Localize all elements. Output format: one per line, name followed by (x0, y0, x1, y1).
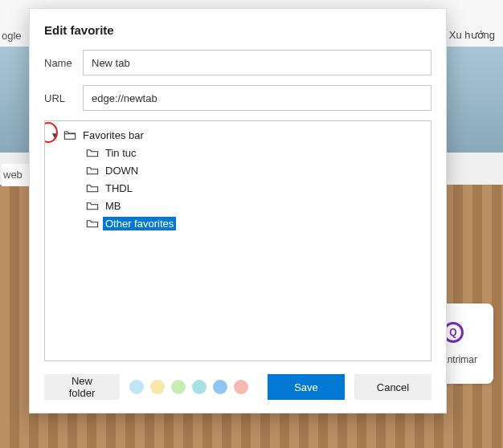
tree-child-node[interactable]: MB (71, 197, 427, 214)
tree-child-node[interactable]: Tin tuc (71, 144, 427, 161)
url-input[interactable] (83, 85, 431, 111)
color-option-teal[interactable] (192, 380, 207, 394)
tree-child-node[interactable]: THDL (71, 179, 427, 197)
folder-icon (86, 218, 99, 229)
url-label: URL (44, 92, 83, 104)
color-option-blue[interactable] (213, 380, 227, 394)
tree-root-node[interactable]: ▼ Favorites bar (48, 126, 427, 144)
tree-node-label: MB (103, 199, 124, 213)
folder-icon (86, 200, 99, 211)
tree-node-label: Favorites bar (80, 128, 146, 142)
tree-child-node[interactable]: Other favorites (71, 214, 427, 232)
folder-open-icon (63, 129, 76, 141)
color-option-green[interactable] (171, 380, 186, 394)
page-partial-text: ogle (2, 30, 22, 42)
tree-node-label: DOWN (103, 164, 141, 177)
color-option-yellow[interactable] (150, 380, 165, 394)
tree-node-label: Other favorites (103, 217, 176, 230)
color-option-light-blue[interactable] (129, 380, 144, 394)
header-trending-label: Xu hướng (449, 29, 495, 41)
folder-tree[interactable]: ▼ Favorites bar Tin tucDOWNTHDLMBOther f… (44, 120, 431, 361)
name-input[interactable] (83, 50, 431, 75)
color-option-pink[interactable] (234, 380, 248, 394)
name-label: Name (44, 57, 83, 69)
folder-icon (86, 147, 99, 158)
save-button[interactable]: Save (268, 374, 345, 400)
new-folder-button[interactable]: New folder (44, 374, 120, 400)
edit-favorite-dialog: Edit favorite Name URL ▼ Favorites bar T… (29, 8, 447, 413)
cancel-button[interactable]: Cancel (354, 374, 431, 400)
tree-child-node[interactable]: DOWN (71, 161, 427, 179)
folder-icon (86, 182, 99, 193)
tab-web-label: web (2, 164, 31, 186)
dialog-title: Edit favorite (44, 23, 431, 37)
folder-icon (86, 165, 99, 176)
tree-node-label: Tin tuc (103, 146, 139, 160)
tree-node-label: THDL (103, 181, 135, 195)
caret-down-icon[interactable]: ▼ (50, 131, 59, 140)
